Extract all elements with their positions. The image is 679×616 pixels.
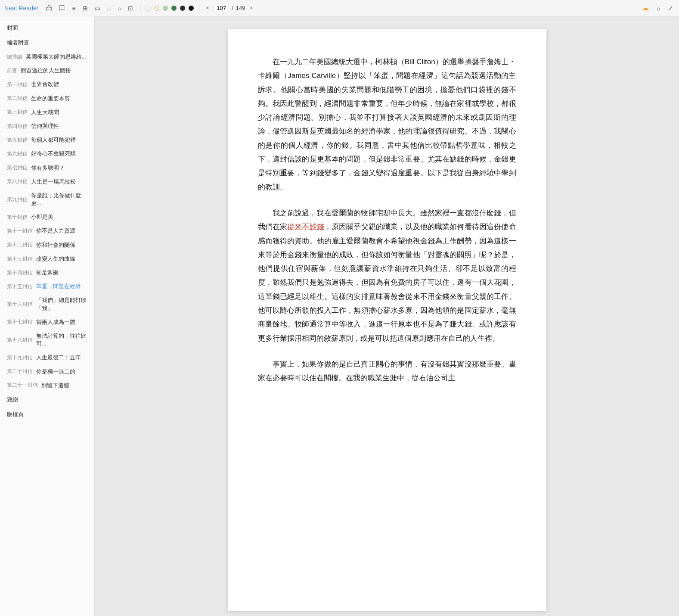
sidebar-item-copyright[interactable]: 版權頁 [0, 407, 94, 422]
page-navigation: < / 149 > [205, 4, 255, 12]
sidebar-chapter-label: 第二十一封信 [7, 382, 38, 389]
sidebar-item-label: 你不是人力資源 [36, 227, 75, 235]
color-dot-darkest[interactable] [189, 6, 194, 11]
sidebar-item-label: 每個人都可能犯錯 [31, 136, 76, 144]
sidebar-item-letter11[interactable]: 第十一封信 你不是人力資源 [0, 224, 94, 238]
sidebar-item-letter13[interactable]: 第十三封信 改變人生的曲線 [0, 252, 94, 266]
sidebar-item-letter20[interactable]: 第二十封信 你是獨一無二的 [0, 365, 94, 379]
underlined-text: 從來不談錢 [287, 223, 324, 231]
sidebar-item-label: 知足常樂 [36, 269, 59, 277]
sidebar-item-label: 生命的重要本質 [31, 95, 70, 103]
sidebar-item-letter19[interactable]: 第十九封信 人生最後二十五年 [0, 351, 94, 364]
sidebar-chapter-label: 第六封信 [7, 150, 28, 158]
color-dot-cream[interactable] [154, 6, 159, 11]
sidebar: 封面 編者附言 總導讀 英國極第大師的思辨給... 前言 回首過往的人生體悟 第… [0, 16, 95, 616]
sidebar-item-letter4[interactable]: 第四封信 信仰與理性 [0, 119, 94, 133]
page-separator: / [232, 5, 233, 11]
sidebar-item-label: 封面 [7, 25, 18, 31]
sidebar-item-letter17[interactable]: 第十七封信 當兩人成為一體 [0, 315, 94, 329]
sidebar-item-editor-note[interactable]: 編者附言 [0, 35, 94, 50]
sidebar-item-label: 你有多聰明？ [31, 164, 65, 172]
book-icon[interactable]: 凸 [44, 3, 54, 13]
sidebar-item-label: 信仰與理性 [31, 122, 59, 130]
sidebar-item-label: 你和社會的關係 [36, 241, 75, 249]
sidebar-chapter-label: 第十四封信 [7, 269, 33, 277]
search1-icon[interactable]: ⌕ [105, 4, 112, 12]
grid-icon[interactable]: ⊞ [81, 4, 90, 12]
sidebar-chapter-label: 第十一封信 [7, 227, 33, 235]
sidebar-item-letter14[interactable]: 第十四封信 知足常樂 [0, 266, 94, 280]
color-dot-white[interactable] [146, 6, 151, 11]
sidebar-item-label: 改變人生的曲線 [36, 255, 75, 263]
paragraph-2: 我之前說過，我在愛爾蘭的牧師宅邸中長大。雖然家裡一直都沒什麼錢，但我們在家從來不… [258, 206, 516, 345]
sidebar-chapter-label: 總導讀 [7, 53, 22, 61]
sidebar-chapter-label: 第十九封信 [7, 354, 33, 361]
copy-icon[interactable]: 囗 [57, 3, 67, 13]
right-toolbar: ☁ ⌕ ⤢ [640, 3, 675, 13]
fullscreen-icon[interactable]: ⤢ [666, 4, 675, 12]
sidebar-item-label: 別留下遺憾 [41, 382, 69, 389]
sidebar-chapter-label: 第三封信 [7, 109, 28, 116]
prev-page-button[interactable]: < [205, 4, 211, 12]
sidebar-item-label: 世界會改變 [31, 81, 59, 88]
search-right-icon[interactable]: ⌕ [655, 4, 662, 12]
sidebar-item-label: 笨蛋，問題在經濟 [36, 283, 81, 290]
sidebar-item-letter16[interactable]: 第十六封信 「我們」總是能打敗「我」 [0, 293, 94, 315]
color-dot-green[interactable] [163, 6, 168, 11]
sidebar-item-letter9[interactable]: 第九封信 你是誰，比你做什麼更... [0, 189, 94, 210]
color-dot-dark-green[interactable] [171, 6, 177, 11]
page-number-input[interactable] [214, 4, 229, 12]
sidebar-item-label: 人生是一場馬拉松 [31, 178, 76, 186]
sidebar-item-thanks[interactable]: 致謝 [0, 392, 94, 407]
paragraph-1: 在一九九二年美國總統大選中，柯林頓（Bill Cliton）的選舉操盤手詹姆士・… [258, 55, 516, 194]
sidebar-item-cover[interactable]: 封面 [0, 21, 94, 35]
sidebar-item-label: 人生大哉問 [31, 109, 59, 116]
sidebar-item-label: 當兩人成為一體 [36, 318, 75, 326]
total-pages: 149 [236, 5, 245, 11]
separator2 [199, 4, 199, 12]
sidebar-item-letter8[interactable]: 第八封信 人生是一場馬拉松 [0, 175, 94, 189]
cloud-icon[interactable]: ☁ [640, 3, 651, 13]
sidebar-chapter-label: 第二封信 [7, 95, 28, 102]
next-page-button[interactable]: > [248, 4, 254, 12]
content-area: 在一九九二年美國總統大選中，柯林頓（Bill Cliton）的選舉操盤手詹姆士・… [95, 16, 679, 616]
separator [140, 4, 140, 12]
sidebar-item-intro[interactable]: 總導讀 英國極第大師的思辨給... [0, 50, 94, 64]
sidebar-item-label: 回首過往的人生體悟 [21, 67, 71, 75]
menu-icon[interactable]: ≡ [70, 4, 77, 12]
sidebar-chapter-label: 第十五封信 [7, 283, 33, 290]
sidebar-item-letter21[interactable]: 第二十一封信 別留下遺憾 [0, 379, 94, 392]
expand-icon[interactable]: ⊡ [126, 4, 135, 12]
sidebar-item-label: 人生最後二十五年 [36, 354, 81, 361]
sidebar-chapter-label: 第十二封信 [7, 241, 33, 249]
sidebar-item-label: 英國極第大師的思辨給... [26, 53, 87, 61]
sidebar-item-label: 無法計算的，往往比可... [36, 332, 87, 348]
sidebar-chapter-label: 第五封信 [7, 137, 28, 144]
sidebar-item-letter7[interactable]: 第七封信 你有多聰明？ [0, 161, 94, 175]
sidebar-item-preface[interactable]: 前言 回首過往的人生體悟 [0, 64, 94, 78]
sidebar-chapter-label: 第十封信 [7, 214, 28, 221]
sidebar-item-label: 你是獨一無二的 [36, 368, 75, 376]
sidebar-item-label: 編者附言 [7, 39, 29, 46]
sidebar-chapter-label: 第四封信 [7, 123, 28, 130]
sidebar-item-letter1[interactable]: 第一封信 世界會改變 [0, 78, 94, 91]
sidebar-item-label: 版權頁 [7, 411, 24, 417]
color-dot-dark[interactable] [180, 6, 185, 11]
sidebar-chapter-label: 前言 [7, 67, 17, 75]
sidebar-item-label: 好奇心不會殺死貓 [31, 150, 76, 158]
book-page: 在一九九二年美國總統大選中，柯林頓（Bill Cliton）的選舉操盤手詹姆士・… [228, 29, 546, 611]
sidebar-item-label: 小即是美 [31, 213, 53, 221]
search2-icon[interactable]: ⌕ [116, 4, 123, 12]
sidebar-item-letter18[interactable]: 第十八封信 無法計算的，往往比可... [0, 329, 94, 351]
paragraph-3: 事實上，如果你做的是自己真正關心的事情，有沒有錢其實沒那麼重要。畫家在必要時可以… [258, 358, 516, 386]
sidebar-item-letter10[interactable]: 第十封信 小即是美 [0, 210, 94, 224]
sidebar-item-letter5[interactable]: 第五封信 每個人都可能犯錯 [0, 133, 94, 147]
sidebar-item-letter2[interactable]: 第二封信 生命的重要本質 [0, 92, 94, 106]
sidebar-chapter-label: 第九封信 [7, 196, 28, 203]
sidebar-item-letter12[interactable]: 第十二封信 你和社會的關係 [0, 238, 94, 252]
sidebar-item-letter6[interactable]: 第六封信 好奇心不會殺死貓 [0, 147, 94, 161]
sidebar-item-letter3[interactable]: 第三封信 人生大哉問 [0, 106, 94, 119]
sidebar-item-letter15[interactable]: 第十五封信 笨蛋，問題在經濟 [0, 280, 94, 293]
sidebar-item-label: 致謝 [7, 396, 18, 403]
rect-icon[interactable]: ▭ [93, 4, 102, 12]
